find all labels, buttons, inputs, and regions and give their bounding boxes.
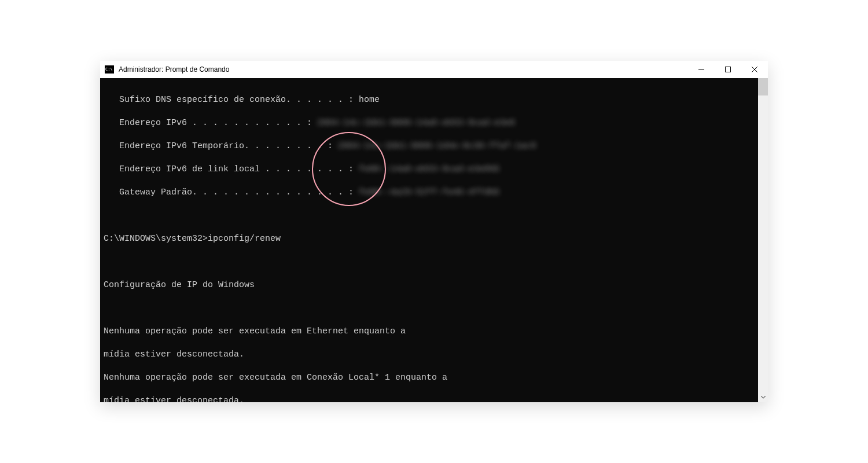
scroll-down-arrow[interactable] [758, 392, 768, 402]
minimize-icon [698, 67, 704, 72]
vertical-scrollbar[interactable] [758, 78, 768, 402]
output-line: Endereço IPv6 . . . . . . . . . . . : 28… [100, 117, 758, 129]
titlebar-left: Administrador: Prompt de Comando [105, 65, 229, 74]
prompt-command: ipconfig/renew [208, 234, 281, 244]
chevron-down-icon [761, 396, 766, 399]
output-line: Sufixo DNS específico de conexão. . . . … [100, 94, 758, 106]
svg-rect-1 [726, 67, 731, 72]
maximize-button[interactable] [715, 61, 741, 78]
redacted-value: fe80::14a0:eb53:9cad:e3e6%5 [354, 164, 499, 174]
output-label: Endereço IPv6 de link local . . . . . . … [104, 164, 354, 174]
maximize-icon [725, 67, 731, 72]
output-line [100, 256, 758, 268]
minimize-button[interactable] [688, 61, 715, 78]
window-title: Administrador: Prompt de Comando [119, 65, 229, 74]
window-controls [688, 61, 768, 78]
output-line: Endereço IPv6 de link local . . . . . . … [100, 164, 758, 175]
scroll-thumb[interactable] [758, 78, 768, 95]
output-line: mídia estiver desconectada. [100, 395, 758, 402]
output-line: Nenhuma operação pode ser executada em E… [100, 326, 758, 337]
redacted-value: 2804:14c:1bb1:9806:1d4e:0c30:ffaf:1ac9 [333, 141, 536, 151]
cmd-window: Administrador: Prompt de Comando Sufixo … [100, 61, 768, 402]
output-line: Endereço IPv6 Temporário. . . . . . . . … [100, 141, 758, 152]
redacted-value: fe80::4a29:52ff:fe46:4ffd%5 [354, 188, 499, 197]
cmd-icon [105, 65, 114, 74]
terminal-area: Sufixo DNS específico de conexão. . . . … [100, 78, 768, 402]
prompt-line: C:\WINDOWS\system32>ipconfig/renew [100, 233, 758, 245]
terminal-output[interactable]: Sufixo DNS específico de conexão. . . . … [100, 78, 758, 402]
output-line: mídia estiver desconectada. [100, 349, 758, 361]
output-line [100, 210, 758, 222]
output-label: Endereço IPv6 Temporário. . . . . . . . … [104, 141, 333, 151]
titlebar: Administrador: Prompt de Comando [100, 61, 768, 78]
output-label: Endereço IPv6 . . . . . . . . . . . : [104, 118, 312, 128]
output-line: Nenhuma operação pode ser executada em C… [100, 372, 758, 384]
output-line [100, 303, 758, 314]
output-line: Configuração de IP do Windows [100, 280, 758, 291]
output-label: Gateway Padrão. . . . . . . . . . . . . … [104, 188, 354, 197]
output-line: Gateway Padrão. . . . . . . . . . . . . … [100, 187, 758, 199]
close-icon [752, 67, 757, 72]
redacted-value: 2804:14c:1bb1:9806:14a0:eb53:9cad:e3e6 [312, 118, 515, 128]
close-button[interactable] [741, 61, 768, 78]
prompt-path: C:\WINDOWS\system32> [104, 234, 208, 244]
